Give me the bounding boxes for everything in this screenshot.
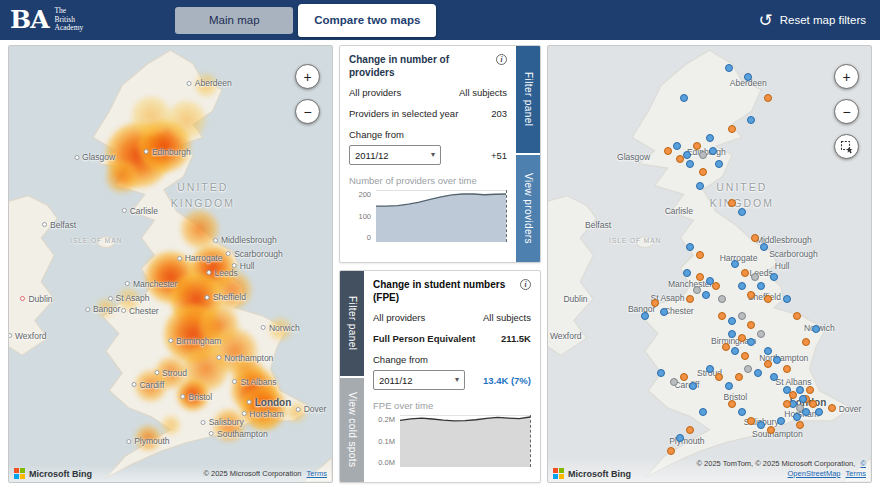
provider-dot[interactable] — [673, 142, 681, 150]
provider-dot[interactable] — [728, 330, 736, 338]
provider-dot[interactable] — [686, 160, 694, 168]
provider-dot[interactable] — [699, 408, 707, 416]
provider-dot[interactable] — [777, 417, 785, 425]
filter-panel-tab[interactable]: Filter panel — [516, 46, 540, 153]
provider-dot[interactable] — [725, 382, 733, 390]
provider-dot[interactable] — [783, 295, 791, 303]
provider-dot[interactable] — [796, 421, 804, 429]
provider-dot[interactable] — [651, 299, 659, 307]
provider-dot[interactable] — [676, 155, 684, 163]
provider-dot[interactable] — [744, 73, 752, 81]
provider-dot[interactable] — [738, 282, 746, 290]
provider-dot[interactable] — [696, 273, 704, 281]
provider-dot[interactable] — [699, 168, 707, 176]
year-dropdown[interactable]: 2011/12 ▾ — [373, 370, 465, 390]
zoom-out-button[interactable]: − — [834, 99, 859, 124]
provider-dot[interactable] — [686, 243, 694, 251]
provider-dot[interactable] — [747, 338, 755, 346]
provider-dot[interactable] — [738, 208, 746, 216]
provider-dot[interactable] — [738, 334, 746, 342]
provider-dot[interactable] — [783, 365, 791, 373]
provider-dot[interactable] — [660, 308, 668, 316]
provider-dot[interactable] — [731, 347, 739, 355]
info-icon[interactable]: i — [520, 279, 531, 290]
provider-dot[interactable] — [757, 282, 765, 290]
providers-dot-map-panel[interactable]: AberdeenGlasgowEdinburghUNITED KINGDOMCa… — [547, 45, 872, 483]
provider-dot[interactable] — [693, 286, 701, 294]
provider-dot[interactable] — [693, 142, 701, 150]
provider-dot[interactable] — [770, 273, 778, 281]
heatmap-panel[interactable]: AberdeenGlasgowEdinburghUNITED KINGDOMCa… — [8, 45, 333, 483]
provider-dot[interactable] — [741, 352, 749, 360]
provider-dot[interactable] — [641, 312, 649, 320]
provider-dot[interactable] — [747, 116, 755, 124]
provider-dot[interactable] — [796, 386, 804, 394]
provider-dot[interactable] — [812, 325, 820, 333]
provider-dot[interactable] — [706, 134, 714, 142]
provider-dot[interactable] — [793, 413, 801, 421]
provider-dot[interactable] — [715, 160, 723, 168]
fpe-area-chart[interactable] — [400, 415, 531, 467]
provider-dot[interactable] — [699, 151, 707, 159]
box-select-button[interactable] — [834, 134, 859, 159]
provider-dot[interactable] — [770, 373, 778, 381]
tab-compare-two-maps[interactable]: Compare two maps — [298, 4, 436, 37]
provider-dot[interactable] — [722, 343, 730, 351]
provider-dot[interactable] — [706, 365, 714, 373]
provider-dot[interactable] — [741, 269, 749, 277]
zoom-in-button[interactable]: + — [295, 64, 320, 89]
provider-dot[interactable] — [764, 360, 772, 368]
year-dropdown[interactable]: 2011/12 ▾ — [349, 145, 441, 165]
provider-dot[interactable] — [670, 378, 678, 386]
provider-dot[interactable] — [680, 94, 688, 102]
filter-panel-tab[interactable]: Filter panel — [340, 271, 364, 376]
provider-dot[interactable] — [728, 199, 736, 207]
provider-dot[interactable] — [718, 295, 726, 303]
view-providers-tab[interactable]: View providers — [516, 155, 540, 262]
provider-dot[interactable] — [680, 373, 688, 381]
provider-dot[interactable] — [747, 291, 755, 299]
provider-dot[interactable] — [764, 295, 772, 303]
provider-dot[interactable] — [725, 64, 733, 72]
zoom-in-button[interactable]: + — [834, 64, 859, 89]
provider-dot[interactable] — [712, 282, 720, 290]
provider-dot[interactable] — [764, 347, 772, 355]
provider-dot[interactable] — [738, 408, 746, 416]
provider-dot[interactable] — [744, 365, 752, 373]
provider-dot[interactable] — [754, 369, 762, 377]
provider-dot[interactable] — [757, 330, 765, 338]
provider-dot[interactable] — [735, 373, 743, 381]
provider-dot[interactable] — [689, 382, 697, 390]
provider-dot[interactable] — [802, 408, 810, 416]
provider-dot[interactable] — [809, 400, 817, 408]
provider-dot[interactable] — [686, 295, 694, 303]
provider-dot[interactable] — [767, 426, 775, 434]
provider-dot[interactable] — [696, 251, 704, 259]
provider-dot[interactable] — [793, 312, 801, 320]
provider-dot[interactable] — [728, 400, 736, 408]
terms-link[interactable]: Terms — [307, 469, 327, 478]
provider-dot[interactable] — [667, 447, 675, 455]
provider-dot[interactable] — [760, 243, 768, 251]
provider-dot[interactable] — [696, 182, 704, 190]
info-icon[interactable]: i — [496, 54, 507, 65]
provider-dot[interactable] — [764, 94, 772, 102]
provider-dot[interactable] — [747, 321, 755, 329]
provider-dot[interactable] — [702, 291, 710, 299]
provider-dot[interactable] — [757, 421, 765, 429]
terms-link[interactable]: Terms — [846, 469, 866, 478]
provider-dot[interactable] — [815, 408, 823, 416]
provider-dot[interactable] — [683, 269, 691, 277]
provider-dot[interactable] — [709, 147, 717, 155]
zoom-out-button[interactable]: − — [295, 99, 320, 124]
provider-dot[interactable] — [802, 338, 810, 346]
reset-map-filters-button[interactable]: ↺ Reset map filters — [758, 12, 866, 29]
provider-dot[interactable] — [728, 317, 736, 325]
provider-dot[interactable] — [718, 312, 726, 320]
provider-dot[interactable] — [751, 234, 759, 242]
provider-dot[interactable] — [799, 395, 807, 403]
provider-dot[interactable] — [657, 369, 665, 377]
provider-dot[interactable] — [686, 426, 694, 434]
provider-dot[interactable] — [773, 356, 781, 364]
provider-dot[interactable] — [715, 373, 723, 381]
